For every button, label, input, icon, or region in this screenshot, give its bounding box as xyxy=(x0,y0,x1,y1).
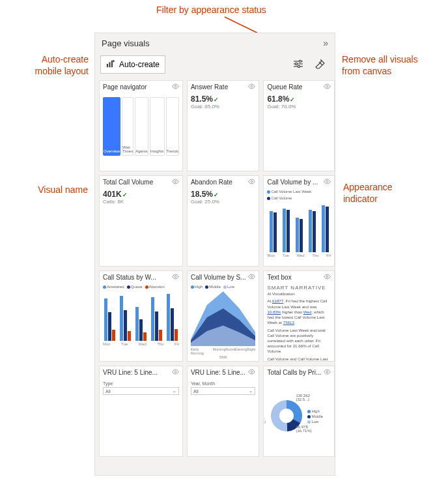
tile-body: Call Volume Last WeekCall VolumeMonTueWe… xyxy=(264,188,334,266)
visual-title: VRU Line: 5 Line... xyxy=(191,369,245,376)
chart-legend: HighMiddleLow xyxy=(191,285,255,289)
chevron-down-icon: ⌄ xyxy=(173,388,176,394)
annot-remove-all: Remove all visuals from canvas xyxy=(342,53,418,77)
svg-point-17 xyxy=(175,276,176,278)
kpi-goal: Goal: 70.0% xyxy=(267,104,331,109)
svg-rect-1 xyxy=(107,64,108,67)
tile-header: Abandon Rate xyxy=(188,176,259,188)
eraser-button[interactable] xyxy=(311,55,329,74)
chart-bars xyxy=(267,200,331,252)
visibility-eye-icon[interactable] xyxy=(172,83,179,91)
visual-tile[interactable]: VRU Line: 5 Line...Year, Month All⌄ xyxy=(187,366,259,457)
chart-legend: Call Volume Last WeekCall Volume xyxy=(267,190,331,200)
eraser-icon xyxy=(315,59,326,71)
slicer-dropdown[interactable]: All⌄ xyxy=(191,387,255,395)
tile-body: AnsweredQueueAbandonMonTueWedThuFri xyxy=(100,283,182,361)
auto-create-button[interactable]: Auto-create xyxy=(100,55,165,74)
tile-header: Call Status by W... xyxy=(100,271,182,283)
visibility-eye-icon[interactable] xyxy=(172,368,179,377)
visibility-eye-icon[interactable] xyxy=(172,178,179,186)
tile-body: 130,362 (32.5...) 66,978 (16.71%) 203...… xyxy=(264,379,334,456)
visibility-eye-icon[interactable] xyxy=(324,368,331,377)
slicer-dropdown[interactable]: All⌄ xyxy=(103,387,179,395)
visibility-eye-icon[interactable] xyxy=(324,273,331,282)
visual-tile[interactable]: VRU Line: 5 Line...Type All⌄ xyxy=(99,366,183,457)
sliders-icon xyxy=(293,59,303,71)
tile-body: 61.8%Goal: 70.0% xyxy=(264,93,334,171)
panel-toolbar: Auto-create xyxy=(95,53,335,76)
visibility-eye-icon[interactable] xyxy=(324,178,331,186)
visual-tile[interactable]: Queue Rate61.8%Goal: 70.0% xyxy=(263,80,335,171)
visibility-eye-icon[interactable] xyxy=(248,368,255,377)
visual-tile[interactable]: Call Volume by S...HighMiddleLowEarly Mo… xyxy=(187,270,259,362)
chevron-right-icon[interactable]: » xyxy=(323,38,328,48)
kpi-goal: Goal: 25.0% xyxy=(191,199,255,205)
visibility-eye-icon[interactable] xyxy=(172,273,179,282)
nav-page-button[interactable]: Insights xyxy=(150,97,165,156)
svg-point-14 xyxy=(175,181,176,182)
donut-chart: 130,362 (32.5...) 66,978 (16.71%) 203...… xyxy=(267,380,331,453)
visibility-eye-icon[interactable] xyxy=(324,83,331,91)
visuals-grid: Page navigatorOverviewWait TimesAgentsIn… xyxy=(99,80,331,457)
visual-title: Total Calls by Pri... xyxy=(267,369,321,376)
filter-sliders-button[interactable] xyxy=(289,55,307,74)
visual-title: Abandon Rate xyxy=(191,179,232,186)
kpi-value: 81.5% xyxy=(191,94,255,104)
smart-narrative: SMART NARRATIVE AI Visualization At 6187… xyxy=(267,285,331,361)
nav-page-button[interactable]: Trends xyxy=(166,97,179,156)
kpi-value: 401K xyxy=(103,190,179,199)
visibility-eye-icon[interactable] xyxy=(248,273,255,282)
svg-point-15 xyxy=(251,181,253,182)
annot-visual-name: Visual name xyxy=(13,184,88,196)
visibility-eye-icon[interactable] xyxy=(248,83,255,91)
tile-body: SMART NARRATIVE AI Visualization At 6187… xyxy=(264,283,334,361)
nav-page-button[interactable]: Wait Times xyxy=(122,97,133,156)
svg-point-13 xyxy=(326,85,328,87)
visual-title: Answer Rate xyxy=(191,83,228,91)
tile-header: Total Calls by Pri... xyxy=(264,366,334,379)
page-visuals-panel: Page visuals » Auto-create xyxy=(94,33,335,476)
visual-title: Call Volume by ... xyxy=(267,179,318,186)
visual-tile[interactable]: Call Volume by ...Call Volume Last WeekC… xyxy=(263,175,335,267)
visuals-grid-scroll[interactable]: Page navigatorOverviewWait TimesAgentsIn… xyxy=(95,76,335,475)
tile-body: OverviewWait TimesAgentsInsightsTrends xyxy=(100,93,182,171)
tile-body: 81.5%Goal: 85.0% xyxy=(188,93,259,171)
visual-title: Text box xyxy=(267,274,291,281)
tile-body: Type All⌄ xyxy=(100,379,182,456)
svg-point-11 xyxy=(175,85,176,87)
tile-body: HighMiddleLowEarly MorningMorningNoonEve… xyxy=(188,283,259,361)
slicer-field: Year, Month xyxy=(191,381,255,386)
bar-chart-plus-icon xyxy=(106,59,115,70)
visual-tile[interactable]: Total Call Volume401KCalls: 8K xyxy=(99,175,183,267)
tile-body: 401KCalls: 8K xyxy=(100,188,182,266)
tile-header: Call Volume by S... xyxy=(188,271,259,283)
svg-point-16 xyxy=(326,181,328,182)
visibility-eye-icon[interactable] xyxy=(248,178,255,186)
svg-point-7 xyxy=(295,63,297,65)
visual-tile[interactable]: Page navigatorOverviewWait TimesAgentsIn… xyxy=(99,80,183,171)
svg-point-22 xyxy=(326,371,328,373)
nav-page-button[interactable]: Overview xyxy=(103,97,120,156)
svg-rect-2 xyxy=(109,62,110,67)
tile-header: Queue Rate xyxy=(264,81,334,93)
tile-header: Total Call Volume xyxy=(100,176,182,188)
visual-tile[interactable]: Answer Rate81.5%Goal: 85.0% xyxy=(187,80,259,171)
tile-header: Page navigator xyxy=(100,81,182,93)
panel-header: Page visuals » xyxy=(95,33,335,53)
visual-tile[interactable]: Total Calls by Pri... 130,362 (32.5...) … xyxy=(263,366,335,457)
chart-bars xyxy=(103,289,179,341)
nav-page-button[interactable]: Agents xyxy=(135,97,148,156)
annot-auto-create: Auto-create mobile layout xyxy=(5,53,89,77)
visual-title: Queue Rate xyxy=(267,83,302,91)
slicer-field: Type xyxy=(103,381,179,386)
visual-title: Page navigator xyxy=(103,83,147,91)
svg-point-21 xyxy=(251,371,253,373)
tile-body: 18.5%Goal: 25.0% xyxy=(188,188,259,266)
visual-tile[interactable]: Abandon Rate18.5%Goal: 25.0% xyxy=(187,175,259,267)
svg-point-12 xyxy=(251,85,253,87)
annot-appearance-indicator: Appearance indicator xyxy=(343,181,393,205)
chevron-down-icon: ⌄ xyxy=(249,388,253,394)
svg-point-9 xyxy=(298,65,300,67)
visual-tile[interactable]: Call Status by W...AnsweredQueueAbandonM… xyxy=(99,270,183,362)
visual-tile[interactable]: Text box SMART NARRATIVE AI Visualizatio… xyxy=(263,270,335,362)
